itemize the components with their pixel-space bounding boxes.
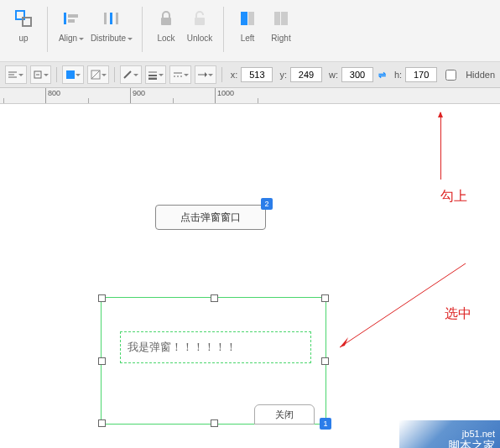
w-label: w: [329,70,338,80]
resize-handle[interactable] [98,294,106,302]
lock-label: Lock [157,34,174,43]
resize-handle[interactable] [321,294,329,302]
h-label: h: [394,70,402,80]
gradient-split[interactable] [87,65,109,84]
line-color-split[interactable] [120,65,142,84]
svg-rect-6 [110,13,112,24]
annotation-text: 勾上 [440,188,467,206]
align-left-icon [61,8,81,29]
svg-rect-10 [241,12,247,25]
close-button-widget[interactable]: 关闭 [254,404,315,425]
annotation-arrow [440,112,441,180]
valign-split[interactable] [30,65,52,84]
align-label: Align [59,34,84,43]
resize-handle[interactable] [211,419,218,427]
horizontal-ruler: 4005006007008009001000 [0,88,500,104]
h-input[interactable] [405,67,437,82]
svg-line-20 [91,70,100,79]
property-toolbar: x: y: w: ⇌ h: Hidden [0,62,500,88]
ungroup-button[interactable]: up [7,7,40,43]
resize-handle[interactable] [211,294,218,302]
line-width-split[interactable] [145,65,167,84]
y-input[interactable] [290,67,322,82]
distribute-icon [102,8,122,29]
unlock-button[interactable]: Unlock [183,7,216,43]
svg-rect-13 [281,12,288,25]
popup-text-widget[interactable]: 我是弹窗！！！！！！ [120,331,311,363]
svg-rect-9 [195,18,205,25]
svg-rect-7 [116,13,118,24]
design-canvas[interactable]: 点击弹窗窗口 2 我是弹窗！！！！！！ 关闭 1 勾上 选中 jb51.net … [0,104,500,448]
x-label: x: [231,70,238,80]
svg-rect-3 [68,14,78,18]
unlock-label: Unlock [187,34,213,43]
right-label: Right [271,34,290,43]
watermark-name: 脚本之家 [448,439,495,448]
popup-trigger-label: 点击弹窗窗口 [180,211,241,225]
popup-text-label: 我是弹窗！！！！！！ [128,340,237,355]
distribute-label: Distribute [91,34,133,43]
link-dimensions-icon[interactable]: ⇌ [378,70,386,81]
align-button[interactable]: Align [55,7,88,43]
align-left-button[interactable]: Left [231,7,264,43]
svg-rect-12 [274,12,280,25]
left-icon [237,8,258,29]
text-align-split[interactable] [5,65,27,84]
svg-rect-5 [104,13,107,24]
fill-color-split[interactable] [62,65,84,84]
lock-icon [156,8,176,29]
align-right-button[interactable]: Right [264,7,298,43]
distribute-button[interactable]: Distribute [88,7,135,43]
x-input[interactable] [241,67,273,82]
y-label: y: [279,70,287,80]
svg-rect-8 [161,18,171,25]
ungroup-icon [13,8,34,29]
right-icon [271,8,291,29]
w-input[interactable] [341,67,373,82]
watermark: jb51.net 脚本之家 [399,420,500,448]
main-toolbar: up Align Distribute Lock Unlock [0,0,500,62]
resize-handle[interactable] [98,357,106,365]
lock-button[interactable]: Lock [149,7,183,43]
hidden-label: Hidden [466,70,495,80]
annotation-text: 选中 [445,305,471,323]
resize-handle[interactable] [98,419,106,427]
close-button-label: 关闭 [275,409,294,421]
left-label: Left [241,34,255,43]
unlock-icon [190,8,210,29]
hidden-checkbox[interactable] [445,70,456,81]
footnote-badge: 1 [320,418,331,430]
resize-handle[interactable] [321,357,329,365]
arrow-style-split[interactable] [195,65,216,84]
line-style-split[interactable] [169,65,191,84]
svg-rect-11 [248,12,254,25]
watermark-url: jb51.net [462,429,495,439]
svg-rect-2 [64,13,66,24]
selected-panel[interactable]: 我是弹窗！！！！！！ 关闭 1 [101,297,326,425]
popup-trigger-button-widget[interactable]: 点击弹窗窗口 2 [155,205,266,230]
footnote-badge: 2 [261,198,273,210]
ungroup-label: up [18,34,28,43]
svg-rect-4 [68,19,75,23]
